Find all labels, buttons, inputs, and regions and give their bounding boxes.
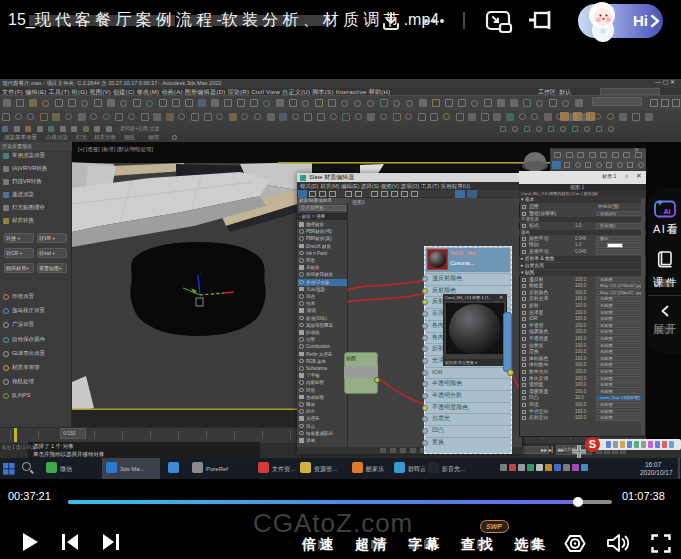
svg-text:AI: AI	[664, 208, 671, 215]
svg-text:[+] [透视] [标准] [默认明暗处理]: [+] [透视] [标准] [默认明暗处理]	[78, 146, 153, 153]
